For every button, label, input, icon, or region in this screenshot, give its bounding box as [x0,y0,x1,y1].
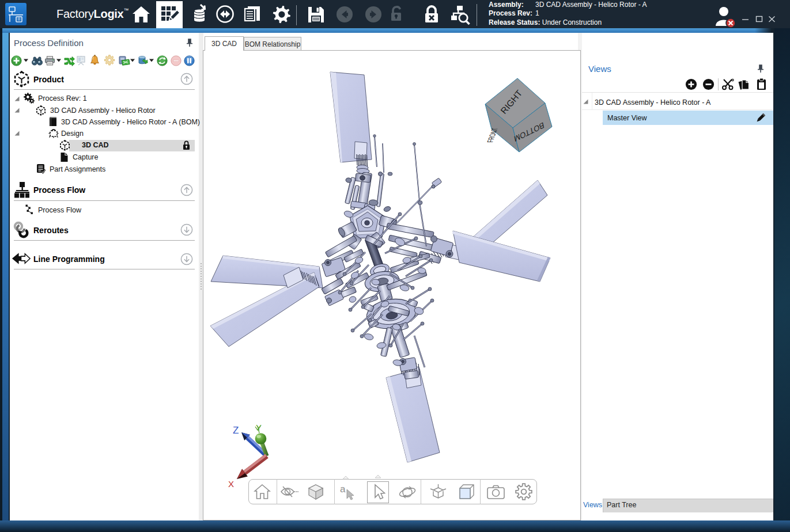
svg-text:FRONT: FRONT [486,128,500,143]
svg-text:a: a [340,484,346,495]
svg-text:Z: Z [233,425,239,436]
svg-text:X: X [228,479,234,489]
